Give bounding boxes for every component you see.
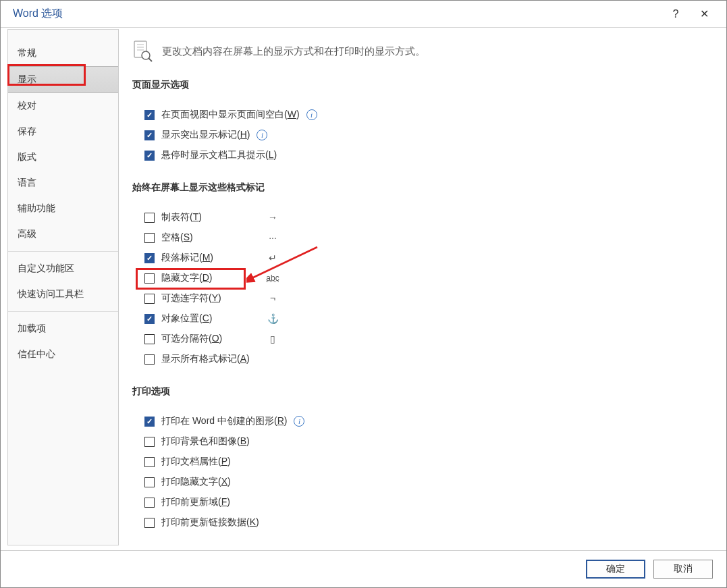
opt-update-links[interactable]: 打印前更新链接数据(K) (144, 512, 706, 533)
opt-tab-chars[interactable]: 制表符(T) → (144, 207, 706, 228)
opt-print-properties[interactable]: 打印文档属性(P) (144, 452, 706, 472)
opt-spaces[interactable]: 空格(S) ··· (144, 228, 706, 248)
svg-line-5 (149, 58, 152, 61)
opt-label: 打印前更新域(F) (161, 496, 230, 508)
checkbox[interactable] (144, 314, 155, 324)
opt-label: 对象位置(C) (161, 313, 212, 325)
opt-label: 悬停时显示文档工具提示(L) (161, 149, 277, 161)
checkbox[interactable] (144, 213, 155, 223)
opt-label: 显示突出显示标记(H) (161, 129, 250, 141)
opt-label: 可选分隔符(O) (161, 333, 222, 345)
opt-label: 可选连字符(Y) (161, 292, 221, 304)
section-print: 打印在 Word 中创建的图形(R) i 打印背景色和图像(B) 打印文档属性(… (132, 411, 706, 533)
opt-show-all-marks[interactable]: 显示所有格式标记(A) (144, 349, 706, 369)
checkbox[interactable] (144, 437, 155, 447)
opt-print-background[interactable]: 打印背景色和图像(B) (144, 431, 706, 452)
opt-update-fields[interactable]: 打印前更新域(F) (144, 492, 706, 512)
hyphen-mark-icon: ¬ (266, 293, 279, 304)
opt-optional-breaks[interactable]: 可选分隔符(O) ▯ (144, 329, 706, 349)
section-title-page-display: 页面显示选项 (132, 79, 706, 98)
sidebar: 常规 显示 校对 保存 版式 语言 辅助功能 高级 自定义功能区 快速访问工具栏… (7, 29, 119, 545)
section-title-formatting-marks: 始终在屏幕上显示这些格式标记 (132, 182, 706, 201)
opt-tooltips-on-hover[interactable]: 悬停时显示文档工具提示(L) (144, 145, 706, 165)
opt-label: 打印背景色和图像(B) (161, 435, 250, 448)
opt-label: 制表符(T) (161, 211, 202, 223)
opt-paragraph-marks[interactable]: 段落标记(M) ↵ (144, 248, 706, 268)
checkbox[interactable] (144, 457, 155, 467)
break-mark-icon: ▯ (266, 333, 279, 344)
dialog-title: Word 选项 (13, 7, 662, 21)
sidebar-item-addins[interactable]: 加载项 (8, 316, 118, 342)
checkbox[interactable] (144, 294, 155, 304)
hidden-text-mark-icon: abc (266, 273, 279, 283)
opt-label: 打印前更新链接数据(K) (161, 516, 259, 529)
sidebar-item-accessibility[interactable]: 辅助功能 (8, 196, 118, 221)
section-title-print: 打印选项 (132, 385, 706, 404)
sidebar-item-customize-ribbon[interactable]: 自定义功能区 (8, 256, 118, 282)
sidebar-item-display[interactable]: 显示 (8, 66, 118, 93)
tab-mark-icon: → (266, 212, 279, 223)
checkbox[interactable] (144, 417, 155, 427)
checkbox[interactable] (144, 518, 155, 528)
opt-print-drawings[interactable]: 打印在 Word 中创建的图形(R) i (144, 411, 706, 431)
info-icon[interactable]: i (306, 109, 317, 120)
checkbox[interactable] (144, 233, 155, 243)
sidebar-item-quick-access[interactable]: 快速访问工具栏 (8, 282, 118, 307)
intro-row: 更改文档内容在屏幕上的显示方式和在打印时的显示方式。 (132, 41, 706, 61)
intro-text: 更改文档内容在屏幕上的显示方式和在打印时的显示方式。 (162, 45, 425, 58)
opt-label: 显示所有格式标记(A) (161, 353, 250, 365)
space-mark-icon: ··· (266, 232, 279, 243)
help-button[interactable]: ? (662, 1, 690, 28)
opt-object-anchors[interactable]: 对象位置(C) ⚓ (144, 309, 706, 329)
opt-highlight-marks[interactable]: 显示突出显示标记(H) i (144, 125, 706, 145)
sidebar-item-save[interactable]: 保存 (8, 119, 118, 144)
sidebar-item-proofing[interactable]: 校对 (8, 93, 118, 119)
opt-label: 段落标记(M) (161, 252, 213, 264)
sidebar-item-layout[interactable]: 版式 (8, 144, 118, 170)
checkbox[interactable] (144, 253, 155, 263)
section-formatting-marks: 制表符(T) → 空格(S) ··· 段落标记(M) ↵ 隐藏文字(D) abc (132, 207, 706, 369)
paragraph-mark-icon: ↵ (266, 252, 279, 263)
opt-print-hidden-text[interactable]: 打印隐藏文字(X) (144, 472, 706, 492)
content-pane: 更改文档内容在屏幕上的显示方式和在打印时的显示方式。 页面显示选项 在页面视图中… (119, 29, 720, 545)
opt-label: 打印隐藏文字(X) (161, 476, 231, 488)
info-icon[interactable]: i (294, 416, 304, 427)
opt-hidden-text[interactable]: 隐藏文字(D) abc (144, 268, 706, 288)
opt-space-between-pages[interactable]: 在页面视图中显示页面间空白(W) i (144, 105, 706, 125)
anchor-mark-icon: ⚓ (266, 313, 279, 324)
close-button[interactable]: ✕ (690, 1, 718, 28)
page-preview-icon (132, 41, 153, 61)
checkbox[interactable] (144, 273, 155, 284)
dialog-footer: 确定 取消 (1, 550, 726, 587)
opt-label: 隐藏文字(D) (161, 272, 212, 284)
checkbox[interactable] (144, 334, 155, 344)
opt-optional-hyphens[interactable]: 可选连字符(Y) ¬ (144, 288, 706, 309)
opt-label: 在页面视图中显示页面间空白(W) (161, 109, 300, 121)
cancel-button[interactable]: 取消 (653, 560, 713, 579)
word-options-dialog: Word 选项 ? ✕ 常规 显示 校对 保存 版式 语言 辅助功能 高级 自定… (0, 0, 727, 588)
opt-label: 打印文档属性(P) (161, 456, 231, 468)
sidebar-item-language[interactable]: 语言 (8, 170, 118, 196)
dialog-body: 常规 显示 校对 保存 版式 语言 辅助功能 高级 自定义功能区 快速访问工具栏… (7, 29, 720, 545)
sidebar-separator (8, 311, 118, 312)
checkbox[interactable] (144, 110, 155, 120)
sidebar-item-trust-center[interactable]: 信任中心 (8, 342, 118, 367)
checkbox[interactable] (144, 151, 155, 161)
checkbox[interactable] (144, 354, 155, 365)
ok-button[interactable]: 确定 (586, 560, 645, 579)
checkbox[interactable] (144, 477, 155, 487)
opt-label: 空格(S) (161, 232, 193, 244)
sidebar-item-advanced[interactable]: 高级 (8, 221, 118, 247)
checkbox[interactable] (144, 130, 155, 140)
info-icon[interactable]: i (257, 130, 267, 140)
checkbox[interactable] (144, 498, 155, 508)
titlebar: Word 选项 ? ✕ (1, 1, 726, 28)
opt-label: 打印在 Word 中创建的图形(R) (161, 415, 287, 427)
sidebar-item-general[interactable]: 常规 (8, 41, 118, 66)
sidebar-separator (8, 251, 118, 252)
section-page-display: 在页面视图中显示页面间空白(W) i 显示突出显示标记(H) i 悬停时显示文档… (132, 105, 706, 165)
